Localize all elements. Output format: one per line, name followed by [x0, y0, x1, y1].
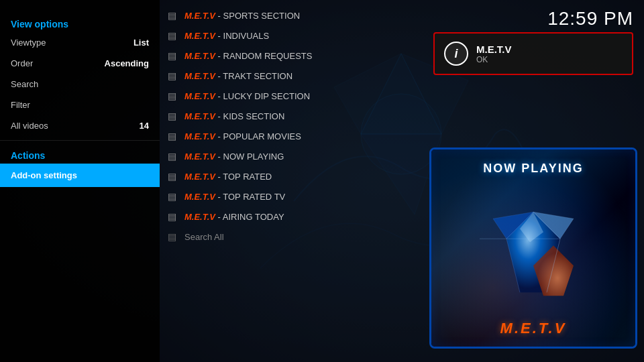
- list-item[interactable]: ▤ M.E.T.V - NOW PLAYING: [160, 146, 423, 166]
- list-area: ▤ M.E.T.V - SPORTS SECTION ▤ M.E.T.V - I…: [160, 0, 423, 362]
- all-videos-label: All videos: [11, 121, 48, 131]
- list-item[interactable]: ▤ M.E.T.V - KIDS SECTION: [160, 106, 423, 126]
- right-panel: 12:59 PM i M.E.T.V OK NOW PLAYING: [423, 0, 644, 362]
- order-label: Order: [11, 58, 33, 68]
- list-item[interactable]: ▤ M.E.T.V - TOP RATED TV: [160, 186, 423, 206]
- item-text: M.E.T.V - RANDOM REQUESTS: [184, 51, 312, 61]
- all-videos-count: 14: [140, 121, 149, 131]
- list-item[interactable]: ▤ M.E.T.V - LUCKY DIP SECTION: [160, 86, 423, 106]
- item-text: M.E.T.V - INDIVUALS: [184, 31, 269, 41]
- viewtype-value: List: [133, 38, 149, 48]
- item-text: M.E.T.V - TOP RATED TV: [184, 192, 285, 202]
- now-playing-text: NOW PLAYING: [431, 162, 635, 176]
- thumbnail-image: NOW PLAYING: [429, 147, 637, 349]
- clock-display: 12:59 PM: [547, 8, 633, 29]
- main-content: ▤ M.E.T.V - SPORTS SECTION ▤ M.E.T.V - I…: [160, 0, 644, 362]
- folder-icon: ▤: [168, 131, 176, 141]
- list-item[interactable]: ▤ M.E.T.V - TOP RATED: [160, 166, 423, 186]
- folder-icon: ▤: [168, 211, 176, 222]
- folder-icon: ▤: [168, 111, 176, 121]
- search-all-text: Search All: [184, 232, 224, 242]
- thumbnail-crystal-icon: [480, 198, 587, 308]
- item-text: M.E.T.V - POPULAR MOVIES: [184, 131, 301, 141]
- list-item[interactable]: ▤ M.E.T.V - AIRING TODAY: [160, 206, 423, 227]
- order-value: Ascending: [105, 58, 149, 68]
- item-text: M.E.T.V - TRAKT SECTION: [184, 71, 292, 81]
- thumbnail-inner: NOW PLAYING: [431, 149, 635, 347]
- folder-icon: ▤: [168, 191, 176, 202]
- folder-icon: ▤: [168, 10, 176, 21]
- item-text: M.E.T.V - KIDS SECTION: [184, 111, 284, 121]
- folder-icon: ▤: [168, 50, 176, 61]
- folder-icon: ▤: [168, 30, 176, 41]
- sidebar-item-filter[interactable]: Filter: [0, 95, 160, 115]
- view-options-heading: View options: [0, 13, 160, 32]
- sidebar-divider: [0, 140, 160, 141]
- item-text: M.E.T.V - AIRING TODAY: [184, 212, 284, 222]
- viewtype-row: Viewtype List: [0, 32, 160, 53]
- list-item[interactable]: ▤ M.E.T.V - TRAKT SECTION: [160, 66, 423, 86]
- item-text: M.E.T.V - SPORTS SECTION: [184, 11, 300, 21]
- order-row: Order Ascending: [0, 53, 160, 74]
- list-item-search-all[interactable]: ▤ Search All: [160, 227, 423, 247]
- folder-icon: ▤: [168, 171, 176, 182]
- sidebar-item-addon-settings[interactable]: Add-on settings: [0, 164, 160, 187]
- folder-icon: ▤: [168, 70, 176, 81]
- viewtype-label: Viewtype: [11, 38, 46, 48]
- sidebar: View options Viewtype List Order Ascendi…: [0, 0, 160, 362]
- sidebar-item-search[interactable]: Search: [0, 74, 160, 95]
- info-popup-text: M.E.T.V OK: [476, 44, 512, 64]
- list-item[interactable]: ▤ M.E.T.V - INDIVUALS: [160, 25, 423, 46]
- item-text: M.E.T.V - NOW PLAYING: [184, 152, 284, 162]
- item-text: M.E.T.V - LUCKY DIP SECTION: [184, 91, 310, 101]
- actions-heading: Actions: [0, 145, 160, 164]
- all-videos-row: All videos 14: [0, 115, 160, 136]
- info-icon: i: [444, 42, 468, 66]
- list-item[interactable]: ▤ M.E.T.V - RANDOM REQUESTS: [160, 46, 423, 66]
- folder-icon: ▤: [168, 151, 176, 162]
- list-item[interactable]: ▤ M.E.T.V - POPULAR MOVIES: [160, 126, 423, 146]
- thumbnail-area: NOW PLAYING: [429, 147, 637, 349]
- info-popup-subtitle: OK: [476, 55, 512, 64]
- folder-icon: ▤: [168, 90, 176, 101]
- thumbnail-logo-text: M.E.T.V: [431, 320, 635, 337]
- folder-icon: ▤: [168, 231, 176, 242]
- info-popup-title: M.E.T.V: [476, 44, 512, 55]
- list-item[interactable]: ▤ M.E.T.V - SPORTS SECTION: [160, 5, 423, 25]
- item-text: M.E.T.V - TOP RATED: [184, 172, 272, 182]
- info-popup: i M.E.T.V OK: [433, 32, 633, 75]
